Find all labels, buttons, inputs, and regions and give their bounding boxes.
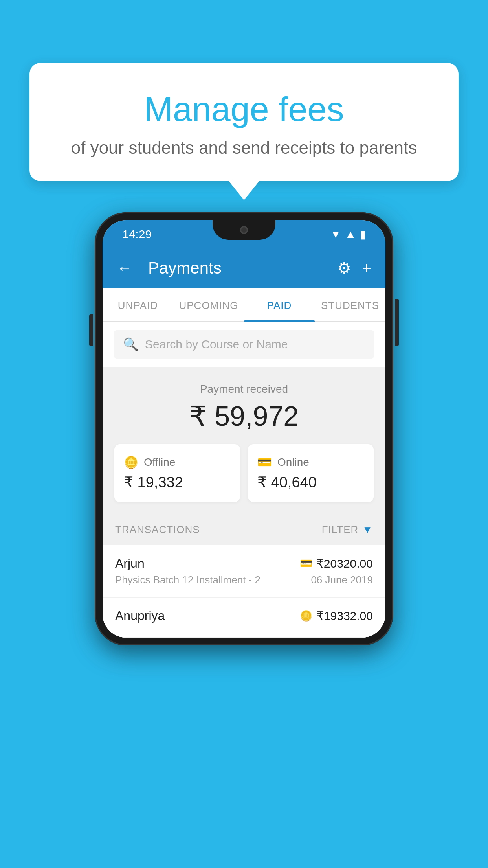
transaction-row[interactable]: Arjun 💳 ₹20320.00 Physics Batch 12 Insta…: [103, 545, 385, 598]
offline-amount: ₹ 19,332: [124, 474, 231, 491]
offline-card-header: 🪙 Offline: [124, 455, 231, 469]
transaction-desc: Physics Batch 12 Installment - 2: [115, 574, 261, 586]
online-icon: 💳: [257, 455, 272, 469]
payment-summary: Payment received ₹ 59,972 🪙 Offline ₹ 19…: [103, 367, 385, 514]
cash-icon: 🪙: [300, 610, 312, 622]
transaction-name: Anupriya: [115, 609, 165, 623]
transactions-header: TRANSACTIONS FILTER ▼: [103, 514, 385, 545]
tab-paid[interactable]: PAID: [244, 288, 315, 321]
transaction-date: 06 June 2019: [311, 574, 373, 586]
offline-payment-card: 🪙 Offline ₹ 19,332: [114, 444, 240, 502]
offline-icon: 🪙: [124, 455, 138, 469]
filter-label: FILTER: [322, 524, 359, 536]
online-amount: ₹ 40,640: [257, 474, 364, 491]
tab-students[interactable]: STUDENTS: [315, 288, 385, 321]
status-icons: ▼ ▲ ▮: [330, 228, 366, 241]
online-payment-card: 💳 Online ₹ 40,640: [248, 444, 374, 502]
tabs-bar: UNPAID UPCOMING PAID STUDENTS: [103, 288, 385, 322]
back-button[interactable]: ←: [117, 259, 132, 277]
payment-received-label: Payment received: [114, 383, 374, 395]
wifi-icon: ▼: [330, 228, 341, 241]
add-icon[interactable]: +: [362, 259, 371, 277]
search-box[interactable]: 🔍 Search by Course or Name: [114, 330, 374, 359]
payment-total-amount: ₹ 59,972: [114, 400, 374, 432]
filter-icon: ▼: [362, 524, 373, 536]
tooltip-title: Manage fees: [53, 90, 435, 129]
filter-button[interactable]: FILTER ▼: [322, 524, 373, 536]
transaction-amount: ₹20320.00: [316, 557, 373, 570]
header-action-icons: ⚙ +: [337, 259, 371, 277]
phone-frame: 14:29 ▼ ▲ ▮ ← Payments ⚙ +: [95, 212, 393, 645]
online-label: Online: [277, 456, 309, 469]
tab-unpaid[interactable]: UNPAID: [103, 288, 173, 321]
transactions-label: TRANSACTIONS: [115, 524, 200, 536]
tab-upcoming[interactable]: UPCOMING: [173, 288, 244, 321]
phone-mockup: 14:29 ▼ ▲ ▮ ← Payments ⚙ +: [95, 212, 393, 645]
transaction-amount-block: 💳 ₹20320.00: [300, 557, 373, 570]
tooltip-card: Manage fees of your students and send re…: [29, 63, 459, 181]
tooltip-subtitle: of your students and send receipts to pa…: [53, 138, 435, 158]
offline-label: Offline: [144, 456, 175, 469]
header-title: Payments: [148, 259, 325, 278]
online-card-header: 💳 Online: [257, 455, 364, 469]
notch: [213, 220, 275, 240]
transaction-amount-block: 🪙 ₹19332.00: [300, 609, 373, 623]
settings-icon[interactable]: ⚙: [337, 259, 351, 277]
transaction-row[interactable]: Anupriya 🪙 ₹19332.00: [103, 598, 385, 638]
signal-icon: ▲: [345, 228, 356, 241]
card-icon: 💳: [300, 557, 312, 570]
app-header: ← Payments ⚙ +: [103, 248, 385, 288]
transaction-top: Arjun 💳 ₹20320.00: [115, 556, 373, 571]
status-time: 14:29: [122, 228, 152, 241]
transaction-bottom: Physics Batch 12 Installment - 2 06 June…: [115, 574, 373, 586]
transaction-top: Anupriya 🪙 ₹19332.00: [115, 609, 373, 623]
camera-notch: [240, 226, 248, 234]
transaction-name: Arjun: [115, 556, 145, 571]
search-container: 🔍 Search by Course or Name: [103, 322, 385, 367]
phone-screen: 14:29 ▼ ▲ ▮ ← Payments ⚙ +: [103, 220, 385, 638]
transaction-amount: ₹19332.00: [316, 609, 373, 623]
battery-icon: ▮: [360, 228, 366, 241]
search-input[interactable]: Search by Course or Name: [145, 338, 288, 351]
search-icon: 🔍: [123, 337, 139, 352]
status-bar: 14:29 ▼ ▲ ▮: [103, 220, 385, 248]
payment-cards: 🪙 Offline ₹ 19,332 💳 Online ₹ 40,640: [114, 444, 374, 502]
